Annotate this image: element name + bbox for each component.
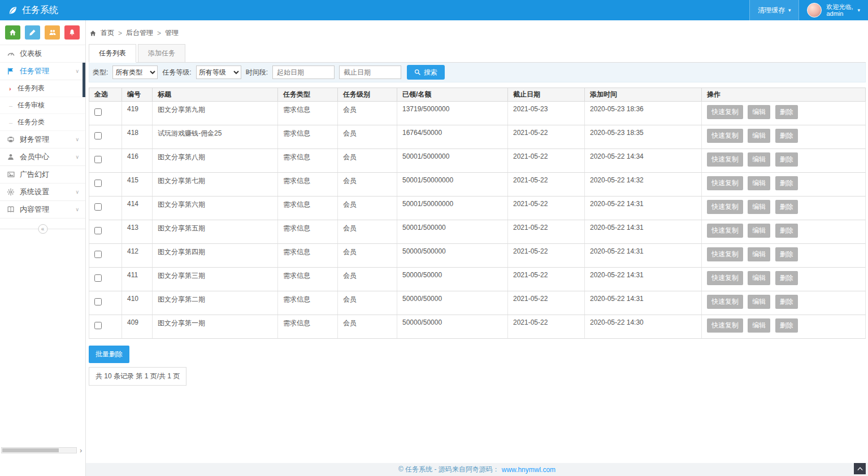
home-quick-button[interactable]	[5, 25, 20, 40]
task-level-cell: 会员	[338, 244, 397, 268]
quick-copy-button[interactable]: 快速复制	[707, 129, 743, 143]
task-level-cell: 会员	[338, 173, 397, 196]
edit-button[interactable]: 编辑	[748, 318, 770, 333]
sidebar-item-label: 仪表板	[20, 49, 42, 59]
sidebar-item-label: 会员中心	[20, 152, 49, 162]
task-added-cell: 2020-05-22 14:31	[585, 196, 702, 220]
quick-copy-button[interactable]: 快速复制	[707, 176, 743, 190]
row-checkbox[interactable]	[94, 180, 102, 187]
edit-button[interactable]: 编辑	[748, 247, 770, 261]
sidebar-collapse-button[interactable]: «	[38, 224, 47, 234]
delete-button[interactable]: 删除	[775, 247, 798, 261]
select-cell	[89, 149, 122, 173]
start-date-input[interactable]	[272, 65, 335, 79]
edit-button[interactable]: 编辑	[748, 271, 770, 285]
row-checkbox[interactable]	[94, 203, 102, 211]
col-header-select-all: 全选	[89, 88, 122, 102]
back-to-top-button[interactable]	[854, 463, 866, 474]
sidebar-item-ads[interactable]: 广告幻灯	[0, 166, 85, 184]
row-checkbox[interactable]	[94, 322, 102, 329]
delete-button[interactable]: 删除	[775, 271, 798, 285]
task-added-cell: 2020-05-22 14:31	[585, 220, 702, 244]
quick-copy-button[interactable]: 快速复制	[707, 152, 743, 167]
breadcrumb-separator: >	[118, 29, 122, 37]
sidebar-item-task-management[interactable]: 任务管理 ∨	[0, 63, 85, 80]
quick-copy-button[interactable]: 快速复制	[707, 247, 743, 261]
end-date-input[interactable]	[339, 65, 401, 79]
quick-copy-button[interactable]: 快速复制	[707, 105, 743, 119]
search-button[interactable]: 搜索	[407, 65, 445, 80]
task-deadline-cell: 2021-05-22	[508, 220, 585, 244]
edit-quick-button[interactable]	[25, 25, 40, 40]
edit-button[interactable]: 编辑	[748, 176, 770, 190]
level-filter-select[interactable]: 所有等级	[196, 65, 241, 79]
delete-button[interactable]: 删除	[775, 176, 798, 190]
table-row: 409 图文分享第一期 需求信息 会员 50000/50000 2021-05-…	[89, 315, 866, 339]
user-menu[interactable]: 欢迎光临, admin ▾	[799, 0, 868, 20]
edit-button[interactable]: 编辑	[748, 152, 770, 167]
delete-button[interactable]: 删除	[775, 200, 798, 214]
sidebar-item-dashboard[interactable]: 仪表板	[0, 45, 85, 63]
task-id-cell: 410	[122, 291, 153, 315]
quick-copy-button[interactable]: 快速复制	[707, 224, 743, 238]
row-checkbox[interactable]	[94, 251, 102, 258]
sidebar-subitem-label: 任务列表	[18, 84, 45, 93]
table-row: 414 图文分享第六期 需求信息 会员 50001/50000000 2021-…	[89, 196, 866, 220]
sidebar-item-member-center[interactable]: 会员中心 ∨	[0, 149, 85, 166]
quick-copy-button[interactable]: 快速复制	[707, 295, 743, 309]
delete-button[interactable]: 删除	[775, 318, 798, 333]
row-checkbox[interactable]	[94, 156, 102, 163]
notifications-quick-button[interactable]	[64, 25, 80, 40]
sidebar-subitem-task-review[interactable]: ‒ 任务审核	[0, 97, 85, 114]
task-id-cell: 414	[122, 196, 153, 220]
row-checkbox[interactable]	[94, 227, 102, 234]
sidebar-item-system-settings[interactable]: 系统设置 ∨	[0, 184, 85, 201]
edit-button[interactable]: 编辑	[748, 295, 770, 309]
users-quick-button[interactable]	[45, 25, 60, 40]
sidebar-item-finance[interactable]: 财务管理 ∨	[0, 131, 85, 149]
delete-button[interactable]: 删除	[775, 224, 798, 238]
level-filter-label: 任务等级:	[162, 68, 191, 77]
batch-delete-button[interactable]: 批量删除	[89, 346, 129, 363]
sidebar-item-label: 广告幻灯	[20, 169, 49, 180]
table-row: 418 试玩游戏赚钱-佣金25 需求信息 会员 16764/50000 2021…	[89, 125, 866, 149]
edit-button[interactable]: 编辑	[748, 129, 770, 143]
sidebar-horizontal-scrollbar[interactable]	[1, 447, 77, 453]
row-checkbox[interactable]	[94, 298, 102, 305]
delete-button[interactable]: 删除	[775, 295, 798, 309]
type-filter-select[interactable]: 所有类型	[112, 65, 158, 79]
quick-copy-button[interactable]: 快速复制	[707, 200, 743, 214]
tab-add-task[interactable]: 添加任务	[138, 44, 185, 63]
breadcrumb-home[interactable]: 首页	[101, 28, 114, 38]
home-icon	[9, 29, 16, 36]
quick-copy-button[interactable]: 快速复制	[707, 318, 743, 333]
clear-cache-button[interactable]: 清理缓存 ▾	[749, 0, 800, 20]
edit-button[interactable]: 编辑	[748, 224, 770, 238]
delete-button[interactable]: 删除	[775, 152, 798, 167]
row-checkbox[interactable]	[94, 132, 102, 139]
sidebar-subitem-task-list[interactable]: › 任务列表	[0, 80, 85, 97]
edit-button[interactable]: 编辑	[748, 105, 770, 119]
row-checkbox[interactable]	[94, 274, 102, 282]
edit-button[interactable]: 编辑	[748, 200, 770, 214]
app-brand[interactable]: 任务系统	[0, 0, 66, 20]
sidebar-item-content-management[interactable]: 内容管理 ∨	[0, 201, 85, 219]
breadcrumb-admin[interactable]: 后台管理	[126, 28, 153, 38]
task-level-cell: 会员	[338, 220, 397, 244]
select-cell	[89, 244, 122, 268]
scrollbar-thumb[interactable]	[2, 448, 59, 452]
row-checkbox[interactable]	[94, 108, 102, 116]
welcome-line1: 欢迎光临,	[826, 3, 853, 10]
task-type-cell: 需求信息	[278, 315, 338, 339]
footer-link[interactable]: www.hnymwl.com	[502, 466, 555, 474]
delete-button[interactable]: 删除	[775, 105, 798, 119]
quick-copy-button[interactable]: 快速复制	[707, 271, 743, 285]
sidebar-subitem-task-category[interactable]: ‒ 任务分类	[0, 114, 85, 131]
type-filter-label: 类型:	[93, 68, 108, 77]
scrollbar-arrow-icon[interactable]: ›	[80, 446, 82, 455]
bell-icon	[68, 29, 76, 36]
delete-button[interactable]: 删除	[775, 129, 798, 143]
flag-icon	[6, 67, 15, 75]
breadcrumb-separator: >	[157, 29, 161, 37]
tab-task-list[interactable]: 任务列表	[89, 44, 136, 63]
